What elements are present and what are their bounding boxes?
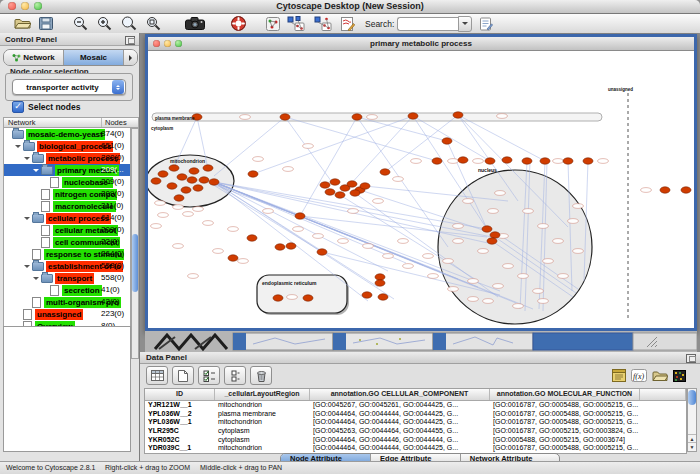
tree-row-cellular-process[interactable]: cellular process614(0): [4, 212, 130, 224]
tree-row-multi-organism-pro[interactable]: multi-organism pro42(0): [4, 296, 130, 308]
table-cell[interactable]: YPL036W__1: [145, 418, 215, 427]
zoom-out-button[interactable]: [73, 16, 88, 32]
zoom-selected-button[interactable]: [121, 16, 137, 32]
network-canvas[interactable]: plasma membranecytoplasmmitochondrionnuc…: [148, 51, 694, 328]
tab-scroll-right-button[interactable]: [124, 50, 137, 65]
graph-node-small[interactable]: [411, 159, 422, 164]
graph-node-small[interactable]: [453, 224, 464, 229]
scroll-down-arrow[interactable]: ▼: [688, 442, 696, 451]
background-window-3[interactable]: [433, 333, 533, 350]
tab-mosaic[interactable]: Mosaic: [64, 50, 124, 65]
graph-node[interactable]: [187, 177, 197, 183]
background-window-2[interactable]: [333, 333, 433, 350]
graph-node-small[interactable]: [573, 249, 584, 254]
graph-node[interactable]: [303, 295, 313, 301]
tree-scrollbar-thumb[interactable]: [132, 234, 138, 292]
graph-node[interactable]: [408, 113, 418, 119]
table-row[interactable]: YKR052Ccytoplasm[GO:0044464, GO:0044446,…: [145, 436, 686, 445]
unselect-attributes-button[interactable]: [224, 366, 246, 385]
disclosure-triangle-icon[interactable]: [24, 157, 30, 163]
search-input[interactable]: [397, 17, 458, 31]
table-cell[interactable]: cytoplasm: [215, 427, 310, 436]
tree-row-nucleobase[interactable]: nucleobase-209(0): [4, 176, 130, 188]
graph-node[interactable]: [167, 183, 177, 189]
search-dropdown-arrow[interactable]: [458, 16, 472, 32]
save-session-button[interactable]: [39, 16, 53, 32]
graph-node[interactable]: [325, 189, 335, 195]
graph-node-small[interactable]: [303, 144, 314, 149]
graph-node[interactable]: [280, 114, 290, 120]
select-nodes-checkbox[interactable]: ✓: [12, 101, 24, 113]
graph-node-small[interactable]: [155, 201, 166, 206]
background-window-4[interactable]: [533, 333, 633, 350]
graph-node[interactable]: [169, 165, 179, 171]
graph-node-small[interactable]: [188, 274, 199, 279]
function-builder-button[interactable]: f(x): [631, 368, 647, 384]
tree-row-establishment-of-lo[interactable]: establishment of lo558(0): [4, 260, 130, 272]
tree-row-response-to-stimulu[interactable]: response to stimulu264(0): [4, 248, 130, 260]
tree-row-biological-process[interactable]: biological_process651(0): [4, 140, 130, 152]
graph-node[interactable]: [247, 235, 257, 241]
graph-node[interactable]: [522, 158, 532, 164]
graph-node-small[interactable]: [173, 244, 184, 249]
import-attributes-button[interactable]: [652, 368, 668, 384]
table-cell[interactable]: [GO:0044464, GO:0044446, GO:0044444, G..…: [310, 436, 490, 445]
graph-node[interactable]: [248, 171, 258, 177]
graph-node-small[interactable]: [287, 295, 298, 300]
disclosure-triangle-icon[interactable]: [24, 265, 30, 271]
graph-node-small[interactable]: [213, 249, 224, 254]
graph-node-small[interactable]: [641, 188, 652, 193]
table-scrollbar-thumb[interactable]: [688, 390, 696, 405]
delete-attribute-button[interactable]: [250, 366, 272, 385]
table-cell[interactable]: mitochondrion: [215, 418, 310, 427]
graph-node[interactable]: [563, 158, 573, 164]
select-attributes-button[interactable]: [198, 366, 220, 385]
graph-node-small[interactable]: [543, 259, 554, 264]
graph-node[interactable]: [380, 169, 390, 175]
graph-node-small[interactable]: [497, 114, 508, 119]
table-cell[interactable]: YPL036W__2: [145, 410, 215, 419]
graph-node-small[interactable]: [448, 287, 459, 292]
zoom-in-button[interactable]: [97, 16, 112, 32]
graph-node-small[interactable]: [598, 159, 609, 164]
graph-node[interactable]: [442, 138, 452, 144]
table-scrollbar[interactable]: ▲ ▼: [687, 388, 697, 452]
graph-node-small[interactable]: [568, 219, 579, 224]
table-cell[interactable]: mitochondrion: [215, 444, 310, 453]
graph-node-small[interactable]: [503, 264, 514, 269]
graph-node[interactable]: [583, 158, 593, 164]
graph-node-small[interactable]: [193, 207, 204, 212]
snapshot-camera-button[interactable]: [185, 16, 205, 32]
graph-node[interactable]: [193, 185, 203, 191]
graph-node-small[interactable]: [403, 264, 414, 269]
tree-row-primary-metabo[interactable]: primary metabo209(...: [4, 164, 130, 176]
table-cell[interactable]: [GO:0045263, GO:0044464, GO:0044455, G..…: [310, 427, 490, 436]
graph-node-small[interactable]: [538, 224, 549, 229]
graph-node[interactable]: [502, 157, 512, 163]
graph-node[interactable]: [335, 192, 345, 198]
network-view-window[interactable]: primary metabolic process plasma membran…: [145, 34, 697, 331]
graph-node[interactable]: [375, 274, 385, 280]
graph-node[interactable]: [453, 112, 463, 118]
graph-node-small[interactable]: [453, 239, 464, 244]
network-overview-button[interactable]: [266, 16, 280, 32]
node-color-dropdown[interactable]: transporter activity: [12, 79, 126, 95]
graph-node-small[interactable]: [573, 204, 584, 209]
graph-node[interactable]: [352, 114, 362, 120]
graph-node-small[interactable]: [151, 224, 162, 229]
network-window-titlebar[interactable]: primary metabolic process: [148, 37, 694, 51]
graph-node-small[interactable]: [173, 205, 184, 210]
tree-column-network[interactable]: Network: [4, 118, 102, 127]
table-row[interactable]: YPL036W__1mitochondrion[GO:0044464, GO:0…: [145, 418, 686, 427]
graph-node[interactable]: [362, 292, 372, 298]
tree-row-cell-communicat[interactable]: cell communicat22(0): [4, 236, 130, 248]
graph-node[interactable]: [177, 174, 187, 180]
column-header-annotation-go-molecular-function[interactable]: annotation.GO MOLECULAR_FUNCTION: [490, 389, 640, 400]
graph-node[interactable]: [320, 182, 330, 188]
network-graph[interactable]: plasma membranecytoplasmmitochondrionnuc…: [148, 51, 694, 328]
graph-node[interactable]: [189, 168, 199, 174]
tree-row-mosaic-demo-yeast[interactable]: mosaic-demo-yeast874(0): [4, 128, 130, 140]
table-row[interactable]: YJR121W__1mitochondrion[GO:0045267, GO:0…: [145, 401, 686, 410]
graph-node-small[interactable]: [367, 115, 378, 120]
graph-node-small[interactable]: [158, 213, 169, 218]
